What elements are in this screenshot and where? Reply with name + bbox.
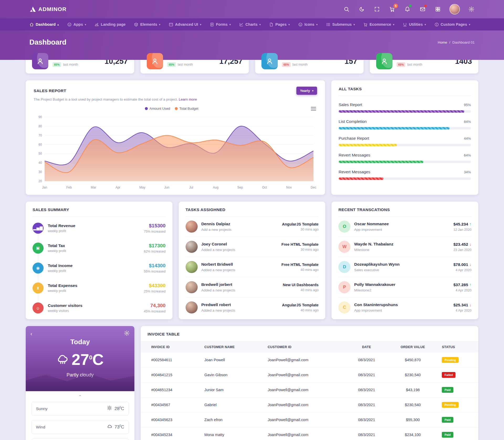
avatar-initial: C	[338, 301, 350, 313]
page-header-band: ADMINOR 6 Dashboard▴ Apps▾ Landing page …	[0, 0, 504, 60]
nav-item-apps[interactable]: Apps▾	[64, 21, 89, 28]
chevron-down-icon: ▾	[424, 23, 426, 26]
transaction-role: App improvement	[354, 308, 450, 312]
nav-item-utilities[interactable]: Utilities▾	[400, 21, 429, 28]
fullscreen-icon[interactable]	[373, 6, 381, 13]
weather-settings-icon[interactable]	[124, 330, 130, 337]
learn-more-link[interactable]: Learn more	[179, 97, 197, 101]
avatar	[186, 221, 198, 233]
arrow-up-icon: ↑	[469, 282, 471, 287]
dark-mode-icon[interactable]	[358, 6, 365, 13]
summary-note: 75% increased	[144, 230, 166, 233]
summary-note: 55% increased	[144, 270, 166, 273]
transaction-row[interactable]: P Polly Wannakrakouer Milestone2 $37.285…	[338, 277, 471, 297]
bars-icon: ▂▅▇	[33, 223, 44, 234]
legend-total-budget[interactable]: Total Budget	[175, 107, 198, 111]
summary-row: ▂▅▇ Total Revenue weekly profit $15300 7…	[33, 218, 166, 238]
all-tasks-title: ALL TASKS	[339, 87, 362, 91]
collapse-chevron-icon[interactable]: ⌃	[78, 394, 82, 399]
task-progress-item: Revert Messages 64%	[339, 153, 471, 163]
range-select-button[interactable]: Yearly ▾	[296, 87, 317, 95]
nav-item-dashboard[interactable]: Dashboard▴	[26, 21, 62, 28]
nav-item-icons[interactable]: Icons▾	[295, 21, 321, 28]
customer-id: JoanPowell@gmail.com	[265, 427, 347, 440]
legend-amount-used[interactable]: Amount Used	[145, 107, 170, 111]
order-value: $55,300	[386, 412, 439, 427]
invoice-row: #004641215 Gavin Gibson JoanPowell@gmail…	[141, 368, 478, 383]
assigned-task-row[interactable]: Bredwell jorbert Added a new projects Ne…	[186, 277, 319, 297]
nav-item-pages[interactable]: Pages▾	[266, 21, 293, 28]
project-name: New UI Dashboards	[283, 283, 318, 287]
transaction-name: Con Staninterupshuns	[354, 302, 450, 307]
tasks-assigned-title: TASKS ASSIGHNED	[186, 207, 225, 212]
settings-icon[interactable]	[468, 6, 475, 13]
customer-name: Junior Sam	[202, 383, 265, 397]
transaction-row[interactable]: O Oscar Nommanee App improvement $45.234…	[338, 217, 471, 237]
nav-item-charts[interactable]: Charts▾	[236, 21, 264, 28]
svg-text:Apr: Apr	[116, 186, 120, 189]
sales-report-chart: 9080706050403020JanFebMarAprMayJunJulAug…	[34, 114, 317, 192]
apps-grid-icon[interactable]	[434, 6, 442, 13]
transaction-date: 4 Apr 2020	[453, 268, 471, 272]
brand[interactable]: ADMINOR	[29, 6, 66, 12]
brand-name: ADMINOR	[38, 6, 66, 12]
search-icon[interactable]	[343, 6, 350, 13]
status-badge: Paid	[439, 383, 478, 397]
status-badge: Paid	[439, 412, 478, 427]
task-percent: 34%	[464, 170, 471, 174]
assigned-task-row[interactable]: Norbert Bridwell Added a new projects Fr…	[186, 257, 319, 277]
nav-item-forms[interactable]: Forms▾	[207, 21, 234, 28]
stat-percent-badge: 65%	[282, 62, 291, 67]
customer-name: Joan Powell	[202, 353, 265, 368]
project-name: AngularJS Template	[282, 303, 318, 307]
transaction-name: Polly Wannakrakouer	[354, 282, 450, 287]
task-label: Revert Messages	[339, 170, 370, 174]
transaction-row[interactable]: D Dozeaplikayshun Wynn Sales executive $…	[338, 257, 471, 277]
progress-fill	[339, 161, 423, 163]
nav-item-advanced-ui[interactable]: Advanced UI▾	[166, 21, 204, 28]
svg-text:40: 40	[39, 161, 42, 165]
forms-icon	[210, 22, 214, 27]
nav-item-submenus[interactable]: Submenus▾	[323, 21, 358, 28]
task-progress-item: List Completion 84%	[339, 119, 471, 129]
back-chevron-icon[interactable]: ‹	[30, 330, 32, 337]
transaction-row[interactable]: W Wayde N. Thabalanz Milestone $23.452 ↓…	[338, 237, 471, 257]
arrow-down-icon: ↓	[469, 242, 471, 247]
nav-item-elements[interactable]: Elements▾	[131, 21, 164, 28]
progress-fill	[339, 127, 450, 129]
nav-item-landing-page[interactable]: Landing page	[91, 21, 129, 28]
invoice-id: #004641215	[141, 368, 202, 383]
messages-icon[interactable]	[419, 6, 426, 13]
customer-id: JoanPowell@gmail.com	[265, 397, 347, 412]
summary-note: 25% increased	[144, 290, 166, 293]
notifications-icon[interactable]	[404, 6, 411, 13]
transaction-date: 4 Apr 2020	[453, 289, 471, 292]
transactions-list: O Oscar Nommanee App improvement $45.234…	[338, 217, 471, 317]
chart-menu-icon[interactable]	[310, 105, 317, 112]
avatar-initial: O	[338, 221, 350, 233]
task-time: 40 mins ago	[283, 288, 318, 292]
breadcrumb-home[interactable]: Home	[438, 40, 447, 44]
summary-title: Customer visitors	[48, 303, 140, 308]
assigned-task-row[interactable]: Predwell robert Added a new projects Ang…	[186, 297, 319, 317]
order-value: $43,198	[386, 383, 439, 397]
cart-icon[interactable]: 6	[388, 6, 396, 13]
summary-value: $15300	[144, 223, 166, 229]
summary-value: 74,300	[144, 303, 166, 308]
assignee-name: Joey Coronel	[201, 242, 278, 247]
user-avatar[interactable]	[449, 4, 460, 14]
nav-item-custom-pages[interactable]: Custom Pages▾	[431, 21, 474, 28]
summary-title: Total Expenses	[48, 283, 140, 288]
assigned-task-row[interactable]: Dennis Dalpiaz Add a new projects Angula…	[186, 217, 319, 237]
nav-item-ecommerce[interactable]: Ecommerce▾	[360, 21, 397, 28]
task-time: 40 mins ago	[282, 308, 318, 312]
assigned-task-row[interactable]: Joey Coronel Added a new projects Free H…	[186, 237, 319, 257]
customer-name: Gavin Gibson	[202, 368, 265, 383]
assignee-action: Added a new projects	[201, 308, 279, 312]
invoice-id: #004651234	[141, 383, 202, 397]
utilities-icon	[403, 22, 407, 27]
transaction-row[interactable]: C Con Staninterupshuns App improvement $…	[338, 297, 471, 317]
invoice-col-header: ORDER VALUE	[386, 342, 439, 353]
svg-text:60: 60	[39, 143, 42, 146]
transaction-role: Milestone2	[354, 288, 450, 292]
